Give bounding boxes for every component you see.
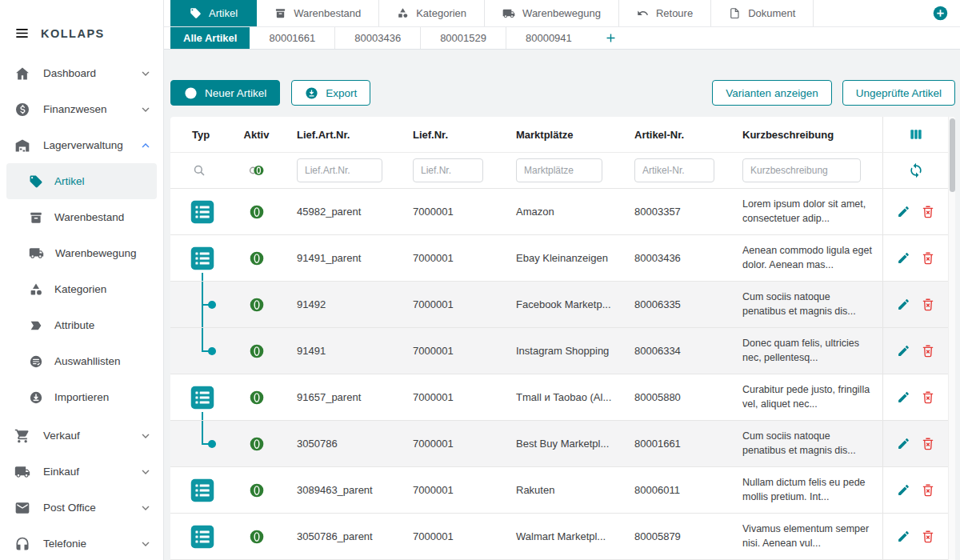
- tab-warenbestand[interactable]: Warenbestand: [257, 0, 379, 26]
- columns-icon[interactable]: [908, 126, 924, 142]
- label-arrow-icon: [29, 318, 43, 333]
- vertical-scrollbar[interactable]: [948, 117, 955, 560]
- header-artikel-nr[interactable]: Artikel-Nr.: [624, 117, 732, 152]
- delete-icon[interactable]: [921, 344, 935, 358]
- search-icon[interactable]: [192, 163, 206, 178]
- dollar-circle-icon: [14, 102, 30, 118]
- active-toggle-icon[interactable]: [249, 250, 265, 266]
- active-toggle-icon[interactable]: [249, 390, 265, 406]
- edit-icon[interactable]: [897, 530, 910, 543]
- sidebar-item-kategorien[interactable]: Kategorien: [6, 271, 157, 307]
- scrollbar-thumb[interactable]: [950, 118, 955, 192]
- tab-retoure[interactable]: Retoure: [619, 0, 711, 26]
- kurzbeschreibung-cell: Nullam dictum felis eu pede mollis preti…: [742, 476, 874, 504]
- lief-nr-cell: 7000001: [402, 374, 506, 420]
- sidebar-item-warenbestand[interactable]: Warenbestand: [6, 199, 157, 235]
- active-toggle-icon[interactable]: [249, 436, 265, 452]
- export-button[interactable]: Export: [291, 80, 370, 106]
- active-toggle-icon[interactable]: [249, 529, 265, 545]
- add-tab-icon[interactable]: [921, 0, 960, 26]
- active-toggle-icon[interactable]: [249, 343, 265, 359]
- menu-icon[interactable]: [14, 26, 30, 41]
- sidebar-item-auswahllisten[interactable]: Auswahllisten: [6, 343, 157, 379]
- subtab-article[interactable]: 80001661: [250, 27, 335, 49]
- delete-icon[interactable]: [921, 205, 935, 219]
- sidebar-item-attribute[interactable]: Attribute: [6, 307, 157, 343]
- lief-art-nr-cell: 91657_parent: [286, 374, 402, 420]
- lief-art-nr-cell: 3050786_parent: [286, 514, 402, 559]
- tree-node-dot: [208, 440, 216, 448]
- tab-dokument[interactable]: Dokument: [711, 0, 814, 26]
- truck-icon: [502, 7, 515, 20]
- edit-icon[interactable]: [897, 298, 910, 311]
- subtab-article[interactable]: 80001529: [421, 27, 506, 49]
- chevron-up-icon: [139, 139, 152, 152]
- table-row: 91657_parent 7000001 Tmall и Taobao (Al.…: [170, 374, 948, 421]
- article-list-icon[interactable]: [188, 476, 217, 505]
- sync-icon[interactable]: [908, 162, 924, 178]
- header-lief-nr[interactable]: Lief.Nr.: [402, 117, 506, 152]
- table-row: 91491_parent 7000001 Ebay Kleinanzeigen …: [170, 235, 948, 282]
- subtab-alle-artikel[interactable]: Alle Artikel: [170, 27, 250, 49]
- sidebar-item-artikel[interactable]: Artikel: [6, 163, 157, 199]
- table-row: 3050786 7000001 Best Buy Marketpl... 800…: [170, 421, 948, 467]
- sidebar-item-telefonie[interactable]: Telefonie: [0, 526, 163, 560]
- delete-icon[interactable]: [921, 530, 935, 544]
- header-typ[interactable]: Typ: [170, 117, 226, 152]
- delete-icon[interactable]: [921, 298, 935, 312]
- active-filter-toggle-icon[interactable]: [248, 162, 266, 179]
- kurzbeschreibung-filter-input[interactable]: [742, 158, 861, 182]
- header-lief-art-nr[interactable]: Lief.Art.Nr.: [286, 117, 402, 152]
- article-list-icon[interactable]: [188, 244, 217, 273]
- edit-icon[interactable]: [897, 205, 910, 218]
- add-subtab-icon[interactable]: [591, 27, 630, 49]
- sidebar-item-lagerverwaltung[interactable]: Lagerverwaltung: [0, 127, 163, 163]
- subtab-article[interactable]: 80000941: [506, 27, 591, 49]
- edit-icon[interactable]: [897, 483, 910, 497]
- lief-nr-filter-input[interactable]: [413, 158, 483, 182]
- header-marktplaetze[interactable]: Marktplätze: [506, 117, 624, 152]
- edit-icon[interactable]: [897, 437, 910, 450]
- lief-art-nr-filter-input[interactable]: [297, 158, 382, 182]
- article-list-icon[interactable]: [188, 198, 217, 226]
- show-variants-button[interactable]: Varianten anzeigen: [712, 80, 831, 106]
- sidebar-item-dashboard[interactable]: Dashboard: [0, 55, 163, 91]
- lief-nr-cell: 7000001: [402, 467, 506, 513]
- unchecked-articles-button[interactable]: Ungeprüfte Artikel: [842, 80, 955, 106]
- tab-warenbewegung[interactable]: Warenbewegung: [485, 0, 619, 26]
- active-toggle-icon[interactable]: [249, 482, 265, 498]
- sidebar-item-post-office[interactable]: Post Office: [0, 490, 163, 526]
- header-kurzbeschreibung[interactable]: Kurzbeschreibung: [732, 117, 882, 152]
- marktplaetze-filter-input[interactable]: [516, 158, 602, 182]
- header-aktiv[interactable]: Aktiv: [226, 117, 286, 152]
- sidebar: KOLLAPS Dashboard Finanzwesen Lagerverwa…: [0, 0, 164, 560]
- sidebar-item-verkauf[interactable]: Verkauf: [0, 418, 163, 454]
- warehouse-icon: [14, 138, 30, 154]
- subtab-article[interactable]: 80003436: [335, 27, 421, 49]
- delete-icon[interactable]: [921, 437, 935, 451]
- sidebar-item-einkauf[interactable]: Einkauf: [0, 454, 163, 490]
- new-article-button[interactable]: Neuer Artikel: [170, 80, 280, 106]
- sidebar-item-importieren[interactable]: Importieren: [6, 379, 157, 415]
- sidebar-item-finanzwesen[interactable]: Finanzwesen: [0, 91, 163, 127]
- sidebar-item-warenbewegung[interactable]: Warenbewegung: [6, 235, 157, 271]
- artikel-nr-cell: 80003436: [624, 235, 732, 281]
- lief-nr-cell: 7000001: [402, 189, 506, 234]
- edit-icon[interactable]: [897, 344, 910, 358]
- delete-icon[interactable]: [921, 390, 935, 405]
- article-list-icon[interactable]: [188, 383, 217, 412]
- mail-icon: [14, 500, 30, 516]
- delete-icon[interactable]: [921, 483, 935, 498]
- lief-art-nr-cell: 91492: [286, 282, 402, 327]
- active-toggle-icon[interactable]: [249, 297, 265, 313]
- edit-icon[interactable]: [897, 390, 910, 404]
- artikel-nr-filter-input[interactable]: [634, 158, 714, 182]
- category-shapes-icon: [397, 7, 409, 19]
- delete-icon[interactable]: [921, 251, 935, 266]
- edit-icon[interactable]: [897, 251, 910, 265]
- main-area: Artikel Warenbestand Kategorien Warenbew…: [164, 0, 960, 560]
- article-list-icon[interactable]: [188, 522, 217, 551]
- tab-artikel[interactable]: Artikel: [170, 0, 257, 26]
- tab-kategorien[interactable]: Kategorien: [379, 0, 485, 26]
- active-toggle-icon[interactable]: [249, 204, 265, 220]
